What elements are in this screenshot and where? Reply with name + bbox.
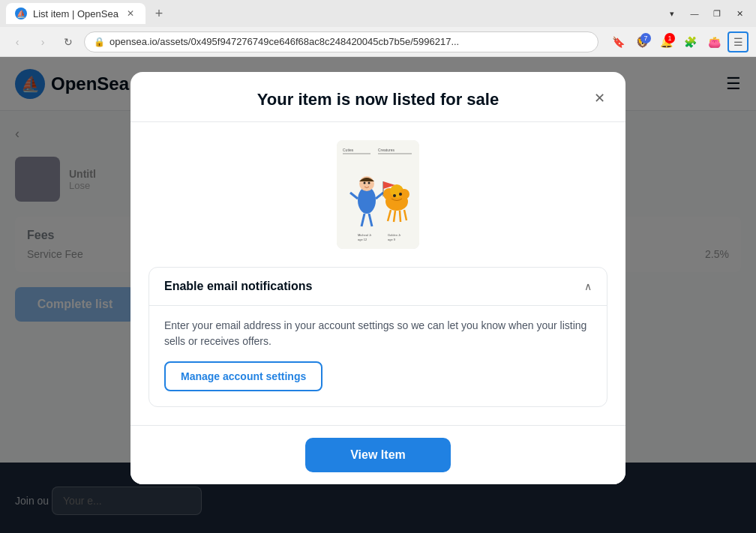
menu-icon[interactable]: ☰: [728, 31, 748, 52]
svg-text:age 12: age 12: [358, 238, 368, 241]
maximize-button[interactable]: ❐: [706, 5, 728, 22]
email-section-header[interactable]: Enable email notifications ∧: [149, 268, 607, 305]
manage-account-settings-button[interactable]: Manage account settings: [164, 361, 322, 391]
brave-shield-icon[interactable]: 🦁 7: [632, 31, 652, 52]
toolbar-icons: 🔖 🦁 7 🔔 1 🧩 👛 ☰: [608, 31, 748, 52]
item-artwork-svg: Cuties Creatures: [337, 140, 419, 249]
window-controls: ▾ — ❐ ✕: [662, 5, 750, 22]
dropdown-arrow[interactable]: ▾: [662, 5, 682, 22]
svg-text:age 9: age 9: [388, 238, 396, 241]
modal-close-button[interactable]: ✕: [588, 87, 610, 109]
modal-body[interactable]: Cuties Creatures: [130, 122, 626, 425]
minimize-button[interactable]: —: [684, 5, 705, 22]
modal-header: Your item is now listed for sale ✕: [130, 72, 626, 122]
back-button[interactable]: ‹: [8, 32, 27, 52]
chevron-up-icon: ∧: [584, 280, 592, 292]
brave-badge: 7: [640, 33, 651, 43]
browser-tab[interactable]: ⛵ List item | OpenSea ✕: [6, 3, 146, 24]
svg-text:Cuties: Cuties: [343, 148, 354, 152]
svg-point-7: [364, 182, 366, 184]
svg-point-19: [393, 194, 396, 197]
extensions-icon[interactable]: 🧩: [680, 31, 700, 52]
success-modal: Your item is now listed for sale ✕ Cutie: [130, 72, 626, 484]
svg-text:Micheal Jr: Micheal Jr: [358, 233, 372, 237]
wallet-icon[interactable]: 👛: [704, 31, 724, 52]
modal-title: Your item is now listed for sale: [148, 90, 608, 109]
svg-line-23: [400, 211, 400, 222]
title-bar: ⛵ List item | OpenSea ✕ + ▾ — ❐ ✕: [0, 0, 756, 27]
url-bar[interactable]: 🔒 opensea.io/assets/0x495f947276749ce646…: [84, 31, 598, 52]
email-notifications-section: Enable email notifications ∧ Enter your …: [148, 267, 608, 407]
tab-favicon: ⛵: [15, 7, 27, 19]
modal-overlay: Your item is now listed for sale ✕ Cutie: [0, 57, 756, 533]
url-text: opensea.io/assets/0x495f947276749ce646f6…: [110, 36, 459, 47]
email-section-title: Enable email notifications: [164, 280, 312, 293]
item-image: Cuties Creatures: [337, 140, 419, 249]
tab-close-button[interactable]: ✕: [124, 7, 136, 19]
svg-text:Golden Jr: Golden Jr: [388, 233, 401, 237]
view-item-button[interactable]: View Item: [305, 438, 451, 472]
refresh-button[interactable]: ↻: [58, 32, 78, 52]
bookmark-icon[interactable]: 🔖: [608, 31, 628, 52]
modal-footer: View Item: [130, 425, 626, 484]
forward-button[interactable]: ›: [33, 32, 52, 52]
tab-title: List item | OpenSea: [33, 8, 118, 19]
page-content: ⛵ OpenSea ☰ ‹ Untitl Lose Fees: [0, 57, 756, 533]
svg-point-8: [368, 182, 370, 184]
svg-text:Creatures: Creatures: [378, 148, 394, 152]
address-bar: ‹ › ↻ 🔒 opensea.io/assets/0x495f94727674…: [0, 27, 756, 57]
svg-point-20: [399, 193, 402, 196]
email-description: Enter your email address in your account…: [164, 318, 592, 349]
item-image-container: Cuties Creatures: [148, 140, 608, 249]
notification-icon[interactable]: 🔔 1: [656, 31, 676, 52]
email-section-body: Enter your email address in your account…: [149, 305, 607, 406]
browser-chrome: ⛵ List item | OpenSea ✕ + ▾ — ❐ ✕ ‹ › ↻ …: [0, 0, 756, 57]
close-button[interactable]: ✕: [729, 5, 750, 22]
notification-badge: 1: [664, 33, 675, 43]
new-tab-button[interactable]: +: [148, 3, 170, 24]
lock-icon: 🔒: [94, 37, 105, 47]
